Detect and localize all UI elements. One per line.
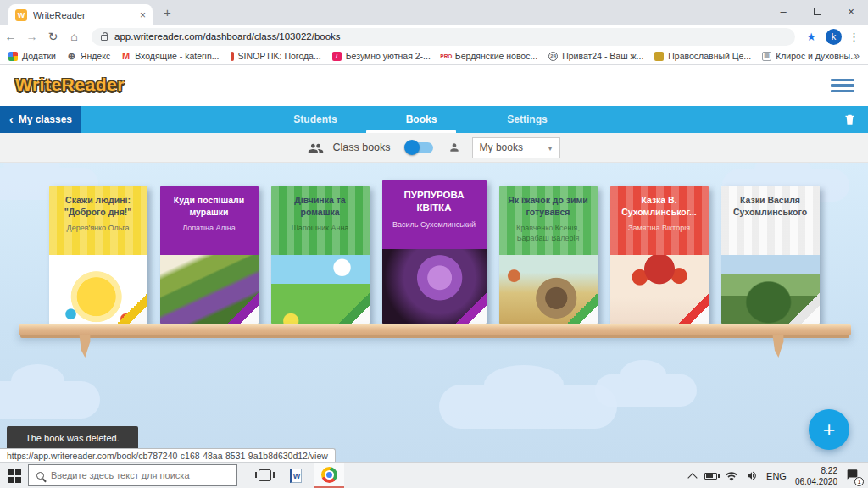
book-author: Лопатіна Аліна [165, 223, 253, 233]
book-cover-card[interactable]: Дівчинка та ромашка Шапошник Анна [271, 186, 370, 324]
book-title: Як їжачок до зими готувався [504, 195, 593, 218]
my-books-dropdown[interactable]: My books ▾ [472, 137, 560, 158]
book-cover-card[interactable]: Скажи людині: "Доброго дня!" Дерев'янко … [49, 186, 147, 324]
address-bar[interactable]: app.writereader.com/dashboard/class/1030… [92, 28, 795, 46]
privat24-icon: 24 [548, 52, 558, 61]
book-header: Дівчинка та ромашка Шапошник Анна [271, 186, 370, 255]
window-minimize-button[interactable]: – [766, 0, 800, 24]
bookmark-privat24[interactable]: 24Приват24 - Ваш ж... [548, 51, 643, 61]
battery-icon[interactable] [704, 473, 717, 480]
class-books-label: Class books [332, 141, 390, 153]
system-tray: ENG 8:22 06.04.2020 1 [689, 463, 864, 488]
my-classes-back-button[interactable]: ‹ My classes [0, 106, 81, 133]
corner-ribbon [455, 293, 487, 324]
book-cover-card[interactable]: Як їжачок до зими готувався Кравченко Кс… [499, 186, 598, 324]
shelf-bracket [770, 336, 787, 358]
bookmarks-overflow-icon[interactable]: » [854, 50, 860, 62]
windows-taskbar: W ENG 8:22 06.04.2020 1 [0, 462, 868, 488]
profile-avatar[interactable]: k [826, 29, 842, 45]
chevron-down-icon: ▾ [548, 143, 553, 152]
wooden-shelf [19, 324, 851, 336]
bookmark-yandex[interactable]: ⊕Яндекс [67, 51, 110, 61]
bookmark-church[interactable]: Православный Це... [654, 51, 751, 61]
book-cover-card[interactable]: ПУРПУРОВА КВІТКА Василь Сухомлинський [382, 180, 487, 324]
taskbar-search-input[interactable] [51, 470, 220, 480]
window-close-button[interactable]: × [834, 0, 868, 24]
globe-icon: ⊕ [67, 52, 76, 61]
book-title: Скажи людині: "Доброго дня!" [54, 195, 142, 218]
book-author: Замятіна Вікторія [615, 223, 704, 233]
chrome-app-tile[interactable] [314, 463, 344, 488]
delete-class-trash-icon[interactable] [843, 112, 856, 127]
task-view-icon[interactable] [259, 469, 271, 481]
tab-title: WriteReader [33, 10, 134, 20]
start-button-icon[interactable] [8, 469, 21, 483]
taskbar-clock[interactable]: 8:22 06.04.2020 [795, 465, 837, 487]
bookmark-kliros[interactable]: ▤Клирос и духовны... [762, 51, 858, 61]
time-text: 8:22 [795, 465, 837, 476]
back-icon[interactable]: ← [0, 30, 21, 43]
home-icon[interactable]: ⌂ [64, 30, 85, 43]
books-filter-toggle[interactable] [406, 142, 433, 153]
class-navbar: ‹ My classes Students Books Settings [0, 106, 868, 133]
window-restore-button[interactable] [800, 0, 834, 24]
toast-notification: The book was deleted. [7, 426, 138, 450]
url-text[interactable]: app.writereader.com/dashboard/class/1030… [114, 31, 341, 42]
link-status-bar: https://app.writereader.com/book/cb78724… [0, 448, 336, 462]
chrome-icon [321, 467, 337, 483]
tab-close-icon[interactable]: × [140, 9, 146, 21]
tab-settings[interactable]: Settings [507, 106, 547, 133]
book-title: Казки Василя Сухомлинського [726, 195, 815, 218]
tab-students[interactable]: Students [293, 106, 337, 133]
notification-count-badge: 1 [854, 477, 864, 486]
language-indicator[interactable]: ENG [766, 471, 787, 481]
pink-site-icon: / [332, 52, 342, 61]
app-header: WriteReader [0, 66, 868, 106]
gold-site-icon [654, 52, 664, 61]
word-app-icon[interactable]: W [290, 469, 302, 483]
date-text: 06.04.2020 [795, 476, 837, 487]
forward-icon[interactable]: → [21, 30, 42, 43]
book-title: ПУРПУРОВА КВІТКА [387, 189, 481, 214]
corner-ribbon [788, 293, 820, 324]
book-header: ПУРПУРОВА КВІТКА Василь Сухомлинський [382, 180, 487, 249]
corner-ribbon [338, 293, 370, 324]
lock-icon [101, 35, 108, 41]
action-center-icon[interactable]: 1 [846, 469, 859, 484]
book-author: Дерев'янко Ольга [54, 223, 142, 233]
book-author: Василь Сухомлинський [387, 219, 481, 230]
tray-chevron-up-icon[interactable] [687, 473, 697, 482]
bookshelf-area: Скажи людині: "Доброго дня!" Дерев'янко … [0, 163, 868, 462]
book-author: Кравченко Ксенія, Барабаш Валерія [504, 223, 593, 243]
books-row: Скажи людині: "Доброго дня!" Дерев'янко … [0, 163, 868, 324]
book-cover-card[interactable]: Казки Василя Сухомлинського [721, 186, 820, 324]
bookmark-star-icon[interactable]: ★ [806, 30, 816, 43]
bookmark-gmail[interactable]: MВходящие - katerin... [121, 51, 219, 61]
reload-icon[interactable]: ↻ [42, 30, 64, 43]
book-cover-card[interactable]: Куди поспішали мурашки Лопатіна Аліна [160, 186, 259, 324]
taskbar-search-box[interactable] [28, 464, 237, 486]
add-book-button[interactable]: + [809, 409, 849, 450]
browser-tab[interactable]: W WriteReader × [8, 4, 153, 25]
cloud-decoration [0, 381, 100, 419]
wifi-icon[interactable] [726, 471, 737, 481]
bookmark-apartment[interactable]: /Безумно уютная 2-... [332, 51, 431, 61]
bookmark-sinoptik[interactable]: SINOPTIK: Погода... [231, 51, 321, 61]
bookmark-apps[interactable]: Додатки [8, 51, 56, 61]
thermometer-icon [231, 52, 234, 61]
bookmark-news[interactable]: PROБердянские новос... [442, 51, 537, 61]
chevron-left-icon: ‹ [9, 113, 14, 126]
book-header: Як їжачок до зими готувався Кравченко Кс… [499, 186, 598, 255]
doc-site-icon: ▤ [762, 52, 771, 61]
browser-menu-icon[interactable]: ⋮ [849, 30, 860, 43]
my-books-label: My books [480, 141, 523, 153]
book-cover-card[interactable]: Казка В. Сухомлинськог... Замятіна Вікто… [610, 186, 709, 324]
hamburger-menu-icon[interactable] [831, 79, 854, 95]
corner-ribbon [677, 293, 709, 324]
new-tab-button[interactable]: + [164, 5, 171, 19]
restore-icon [814, 8, 821, 15]
writereader-logo: WriteReader [15, 75, 125, 95]
gmail-icon: M [121, 52, 131, 61]
window-controls: – × [766, 0, 868, 24]
speaker-icon[interactable] [746, 470, 758, 481]
